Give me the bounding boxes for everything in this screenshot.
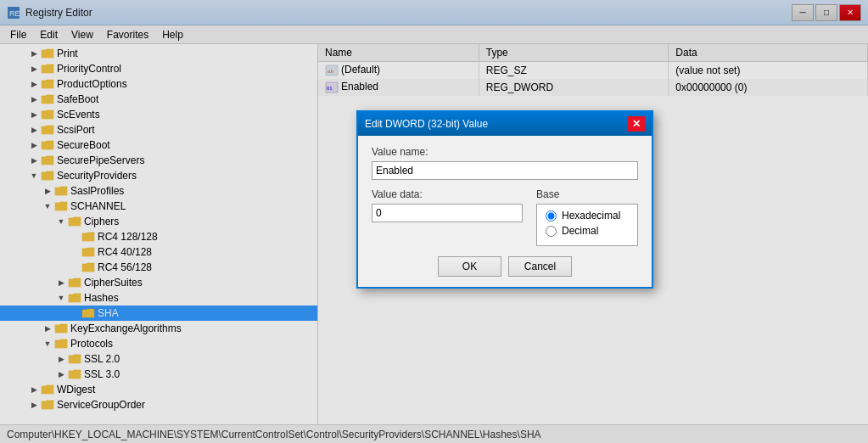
dialog-buttons: OK Cancel	[372, 256, 638, 277]
value-name-input[interactable]	[372, 161, 638, 180]
hexadecimal-radio[interactable]	[546, 210, 557, 222]
modal-overlay: Edit DWORD (32-bit) Value ✕ Value name: …	[0, 0, 868, 443]
decimal-row: Decimal	[546, 225, 629, 237]
cancel-button[interactable]: Cancel	[508, 256, 572, 277]
dialog-close-button[interactable]: ✕	[628, 116, 645, 132]
dialog-row: Value data: Base Hexadecimal Decimal	[372, 188, 638, 246]
base-label: Base	[536, 188, 638, 200]
base-group: Hexadecimal Decimal	[536, 204, 638, 246]
dialog-title-bar: Edit DWORD (32-bit) Value ✕	[358, 112, 652, 136]
value-data-label: Value data:	[372, 188, 523, 200]
value-data-input[interactable]	[372, 204, 523, 222]
dialog-body: Value name: Value data: Base Hexadecimal	[358, 136, 652, 287]
decimal-radio[interactable]	[546, 226, 557, 237]
decimal-label: Decimal	[562, 225, 598, 237]
ok-button[interactable]: OK	[438, 256, 501, 277]
base-section: Base Hexadecimal Decimal	[536, 188, 638, 246]
dialog-left: Value data:	[372, 188, 523, 246]
value-name-label: Value name:	[372, 146, 638, 158]
edit-dword-dialog: Edit DWORD (32-bit) Value ✕ Value name: …	[356, 110, 653, 289]
hexadecimal-label: Hexadecimal	[562, 210, 620, 222]
hexadecimal-row: Hexadecimal	[546, 210, 629, 222]
dialog-title: Edit DWORD (32-bit) Value	[365, 118, 488, 130]
